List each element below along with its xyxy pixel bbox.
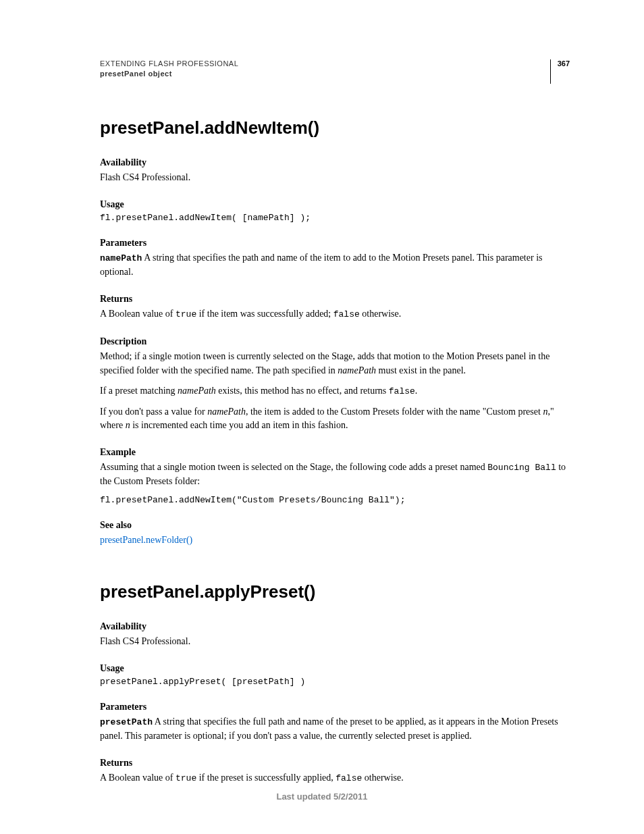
desc-p3b: , the item is added to the Custom Preset… — [246, 407, 543, 417]
param-name: namePath — [100, 253, 142, 263]
description-p2: If a preset matching namePath exists, th… — [100, 384, 570, 398]
description-p3: If you don't pass a value for namePath, … — [100, 405, 570, 433]
desc-p2a: If a preset matching — [100, 386, 178, 396]
page-number-wrap: 367 — [550, 59, 570, 84]
returns-mid: if the item was successfully added; — [196, 309, 333, 319]
desc-p2c: false — [389, 386, 415, 396]
usage-code-2: presetPanel.applyPreset( [presetPath] ) — [100, 677, 570, 687]
returns-post: otherwise. — [360, 309, 401, 319]
returns-pre-2: A Boolean value of — [100, 773, 176, 783]
returns-mid-2: if the preset is successfully applied, — [196, 773, 336, 783]
desc-p2i: namePath — [178, 386, 216, 396]
returns-section: Returns A Boolean value of true if the i… — [100, 294, 570, 321]
parameter-namepath: namePath A string that specifies the pat… — [100, 251, 570, 279]
parameters-heading-2: Parameters — [100, 702, 570, 712]
usage-section-2: Usage presetPanel.applyPreset( [presetPa… — [100, 663, 570, 687]
desc-p1a: Method; if a single motion tween is curr… — [100, 351, 549, 375]
example-heading: Example — [100, 447, 570, 458]
param-desc: A string that specifies the path and nam… — [100, 253, 542, 277]
returns-heading-2: Returns — [100, 758, 570, 768]
seealso-link-wrap: presetPanel.newFolder() — [100, 533, 570, 547]
returns-true: true — [176, 309, 196, 319]
desc-p1i: namePath — [338, 365, 376, 375]
desc-p3i: namePath — [207, 407, 246, 417]
parameters-heading: Parameters — [100, 238, 570, 249]
returns-text-2: A Boolean value of true if the preset is… — [100, 771, 570, 785]
usage-section: Usage fl.presetPanel.addNewItem( [namePa… — [100, 199, 570, 223]
returns-section-2: Returns A Boolean value of true if the p… — [100, 758, 570, 785]
availability-section: Availability Flash CS4 Professional. — [100, 157, 570, 184]
header-left: EXTENDING FLASH PROFESSIONAL presetPanel… — [100, 59, 238, 78]
returns-true-2: true — [176, 773, 196, 783]
page-header: EXTENDING FLASH PROFESSIONAL presetPanel… — [100, 59, 570, 84]
availability-section-2: Availability Flash CS4 Professional. — [100, 621, 570, 648]
usage-heading: Usage — [100, 199, 570, 210]
doc-title: EXTENDING FLASH PROFESSIONAL — [100, 59, 238, 68]
seealso-section: See also presetPanel.newFolder() — [100, 520, 570, 547]
returns-heading: Returns — [100, 294, 570, 305]
page-content: EXTENDING FLASH PROFESSIONAL presetPanel… — [0, 0, 644, 834]
doc-section: presetPanel object — [100, 70, 238, 78]
returns-text: A Boolean value of true if the item was … — [100, 307, 570, 321]
availability-text: Flash CS4 Professional. — [100, 171, 570, 184]
usage-heading-2: Usage — [100, 663, 570, 674]
example-text: Assuming that a single motion tween is s… — [100, 461, 570, 488]
method-title-addnewitem: presetPanel.addNewItem() — [100, 118, 570, 138]
description-p1: Method; if a single motion tween is curr… — [100, 350, 570, 377]
param-desc-2: A string that specifies the full path an… — [100, 716, 558, 741]
example-t1: Assuming that a single motion tween is s… — [100, 462, 487, 472]
returns-pre: A Boolean value of — [100, 309, 176, 319]
usage-code: fl.presetPanel.addNewItem( [namePath] ); — [100, 213, 570, 223]
description-section: Description Method; if a single motion t… — [100, 336, 570, 432]
description-heading: Description — [100, 336, 570, 347]
parameter-presetpath: presetPath A string that specifies the f… — [100, 715, 570, 743]
returns-false-2: false — [336, 773, 362, 783]
availability-heading-2: Availability — [100, 621, 570, 632]
example-c1: Bouncing Ball — [487, 463, 556, 473]
example-code: fl.presetPanel.addNewItem("Custom Preset… — [100, 495, 570, 505]
desc-p3a: If you don't pass a value for — [100, 407, 207, 417]
desc-p2b: exists, this method has no effect, and r… — [216, 386, 389, 396]
param-name-2: presetPath — [100, 717, 153, 727]
method-title-applypreset: presetPanel.applyPreset() — [100, 581, 570, 602]
desc-p3d: is incremented each time you add an item… — [130, 420, 348, 430]
desc-p1b: must exist in the panel. — [376, 365, 466, 375]
availability-text-2: Flash CS4 Professional. — [100, 635, 570, 648]
parameters-section: Parameters namePath A string that specif… — [100, 238, 570, 279]
page-footer: Last updated 5/2/2011 — [0, 791, 644, 802]
seealso-link[interactable]: presetPanel.newFolder() — [100, 535, 192, 545]
page-number: 367 — [558, 59, 570, 68]
availability-heading: Availability — [100, 157, 570, 168]
returns-post-2: otherwise. — [362, 773, 403, 783]
example-section: Example Assuming that a single motion tw… — [100, 447, 570, 505]
returns-false: false — [333, 309, 360, 319]
desc-p2d: . — [415, 386, 418, 396]
parameters-section-2: Parameters presetPath A string that spec… — [100, 702, 570, 743]
desc-p3n2: n — [126, 420, 130, 430]
seealso-heading: See also — [100, 520, 570, 531]
